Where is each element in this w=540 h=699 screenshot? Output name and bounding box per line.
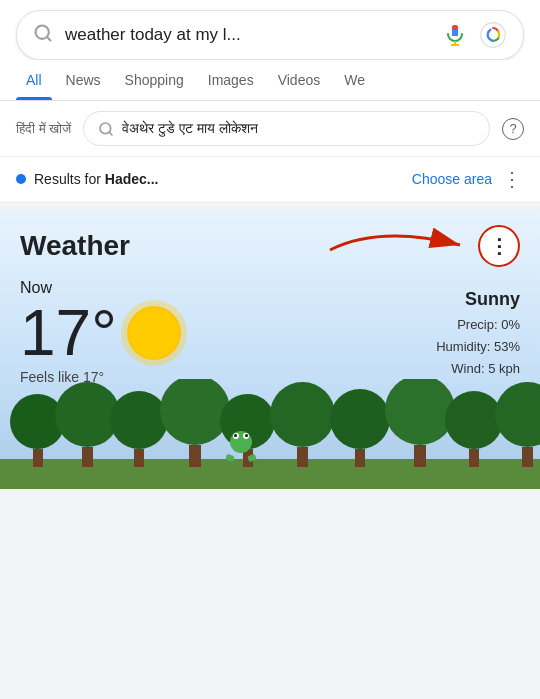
tab-shopping[interactable]: Shopping	[115, 60, 194, 100]
svg-line-9	[109, 132, 112, 135]
hindi-search-icon	[98, 121, 114, 137]
lens-icon[interactable]	[479, 21, 507, 49]
weather-card: Weather ⋮ Now 17° Feels like 17° Sunny P…	[0, 209, 540, 489]
search-icon	[33, 23, 53, 47]
temperature: 17°	[20, 301, 117, 365]
results-text: Results for Hadec...	[34, 171, 404, 187]
tab-videos[interactable]: Videos	[268, 60, 331, 100]
search-query: weather today at my l...	[65, 25, 431, 45]
svg-rect-4	[452, 31, 458, 36]
results-row: Results for Hadec... Choose area ⋮	[0, 156, 540, 201]
weather-menu-button[interactable]: ⋮	[478, 225, 520, 267]
frog-character	[230, 431, 256, 461]
hindi-search-input[interactable]: वेअथेर टुडे एट माय लोकेशन	[83, 111, 490, 146]
tree-scene	[0, 379, 540, 489]
sun-icon	[127, 306, 181, 360]
weather-wind: Wind: 5 kph	[436, 358, 520, 380]
weather-title: Weather	[20, 230, 130, 262]
choose-area-link[interactable]: Choose area	[412, 171, 492, 187]
tabs-container: All News Shopping Images Videos We	[0, 60, 540, 101]
svg-point-7	[481, 23, 506, 48]
svg-rect-3	[452, 25, 458, 30]
hindi-search-row: हिंदी में खोजें वेअथेर टुडे एट माय लोकेश…	[0, 101, 540, 156]
results-menu-button[interactable]: ⋮	[500, 167, 524, 191]
search-bar-container: weather today at my l...	[0, 0, 540, 60]
hindi-input-text: वेअथेर टुडे एट माय लोकेशन	[122, 120, 258, 137]
tab-news[interactable]: News	[56, 60, 111, 100]
search-bar[interactable]: weather today at my l...	[16, 10, 524, 60]
pointer-arrow	[320, 220, 480, 275]
location-dot	[16, 174, 26, 184]
weather-right-info: Sunny Precip: 0% Humidity: 53% Wind: 5 k…	[436, 289, 520, 380]
weather-precip: Precip: 0%	[436, 314, 520, 336]
svg-line-1	[47, 37, 51, 41]
tab-all[interactable]: All	[16, 60, 52, 100]
weather-condition: Sunny	[436, 289, 520, 310]
weather-header: Weather ⋮	[20, 225, 520, 267]
location-name: Hadec...	[105, 171, 159, 187]
tab-images[interactable]: Images	[198, 60, 264, 100]
tab-more[interactable]: We	[334, 60, 375, 100]
help-button[interactable]: ?	[502, 118, 524, 140]
hindi-label: हिंदी में खोजें	[16, 121, 71, 137]
weather-humidity: Humidity: 53%	[436, 336, 520, 358]
mic-icon[interactable]	[443, 23, 467, 47]
